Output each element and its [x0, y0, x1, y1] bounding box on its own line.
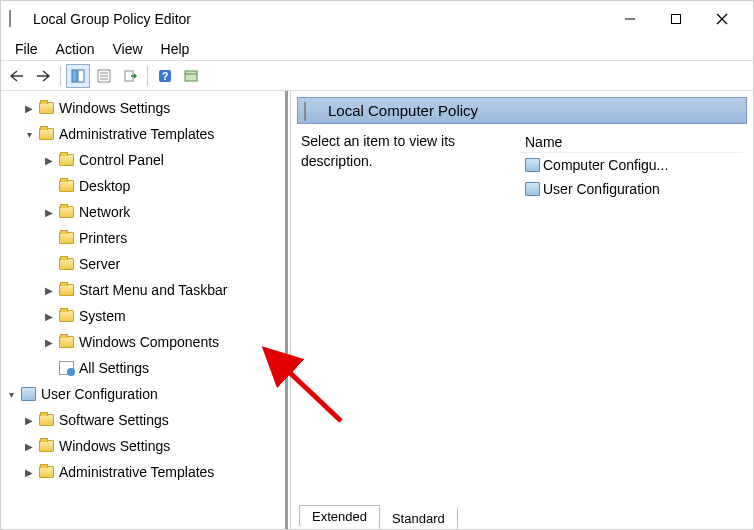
minimize-button[interactable]: [607, 4, 653, 34]
column-header-name[interactable]: Name: [521, 132, 743, 153]
menu-help[interactable]: Help: [153, 39, 198, 59]
scrollbar[interactable]: [285, 91, 288, 529]
content-area: ▶Windows Settings ▾Administrative Templa…: [1, 91, 753, 529]
tab-standard[interactable]: Standard: [379, 507, 458, 529]
toolbar-separator: [60, 66, 61, 86]
tree-pane: ▶Windows Settings ▾Administrative Templa…: [1, 91, 291, 529]
back-button[interactable]: [5, 64, 29, 88]
tree-label: User Configuration: [41, 386, 158, 402]
tree-label: Network: [79, 204, 130, 220]
expand-icon[interactable]: ▶: [41, 207, 57, 218]
tree-label: All Settings: [79, 360, 149, 376]
tree-item-windows-components[interactable]: ▶Windows Components: [3, 329, 288, 355]
expand-icon[interactable]: ▶: [41, 311, 57, 322]
tree-item-admin-templates-2[interactable]: ▶Administrative Templates: [3, 459, 288, 485]
tab-extended[interactable]: Extended: [299, 505, 380, 527]
folder-icon: [57, 204, 75, 220]
tree-item-admin-templates[interactable]: ▾Administrative Templates: [3, 121, 288, 147]
tree-label: Desktop: [79, 178, 130, 194]
folder-icon: [37, 464, 55, 480]
tree-item-printers[interactable]: Printers: [3, 225, 288, 251]
tree-label: Start Menu and Taskbar: [79, 282, 227, 298]
titlebar: Local Group Policy Editor: [1, 1, 753, 37]
svg-rect-4: [72, 70, 77, 82]
details-title: Local Computer Policy: [328, 102, 478, 119]
expand-icon[interactable]: ▶: [21, 441, 37, 452]
tree-item-start-menu[interactable]: ▶Start Menu and Taskbar: [3, 277, 288, 303]
toolbar-separator: [147, 66, 148, 86]
tree-label: Windows Settings: [59, 438, 170, 454]
expand-icon[interactable]: ▶: [21, 467, 37, 478]
svg-rect-1: [672, 15, 681, 24]
expand-icon[interactable]: ▶: [21, 103, 37, 114]
menubar: File Action View Help: [1, 37, 753, 61]
tree-item-control-panel[interactable]: ▶Control Panel: [3, 147, 288, 173]
expand-icon[interactable]: ▶: [41, 337, 57, 348]
folder-icon: [37, 100, 55, 116]
list-label: Computer Configu...: [543, 157, 668, 173]
tree-label: Windows Components: [79, 334, 219, 350]
tree-label: Server: [79, 256, 120, 272]
menu-file[interactable]: File: [7, 39, 46, 59]
folder-icon: [57, 334, 75, 350]
tree-item-desktop[interactable]: Desktop: [3, 173, 288, 199]
tree-item-all-settings[interactable]: All Settings: [3, 355, 288, 381]
config-icon: [523, 182, 541, 196]
show-tree-button[interactable]: [66, 64, 90, 88]
details-header: Local Computer Policy: [297, 97, 747, 124]
config-icon: [523, 158, 541, 172]
svg-rect-13: [185, 71, 197, 81]
document-icon: [304, 103, 320, 119]
close-button[interactable]: [699, 4, 745, 34]
folder-icon: [57, 178, 75, 194]
list-label: User Configuration: [543, 181, 660, 197]
tree-label: System: [79, 308, 126, 324]
tree-label: Administrative Templates: [59, 126, 214, 142]
expand-icon[interactable]: ▶: [41, 155, 57, 166]
tree-item-network[interactable]: ▶Network: [3, 199, 288, 225]
maximize-button[interactable]: [653, 4, 699, 34]
tree-item-server[interactable]: Server: [3, 251, 288, 277]
config-icon: [19, 386, 37, 402]
list-item-computer-config[interactable]: Computer Configu...: [521, 153, 743, 177]
folder-icon: [37, 438, 55, 454]
folder-icon: [57, 152, 75, 168]
tree-item-windows-settings[interactable]: ▶Windows Settings: [3, 95, 288, 121]
tree-label: Printers: [79, 230, 127, 246]
settings-icon: [57, 360, 75, 376]
expand-icon[interactable]: ▶: [41, 285, 57, 296]
tree-item-system[interactable]: ▶System: [3, 303, 288, 329]
toolbar: ?: [1, 61, 753, 91]
properties-button[interactable]: [92, 64, 116, 88]
help-button[interactable]: ?: [153, 64, 177, 88]
window-title: Local Group Policy Editor: [33, 11, 607, 27]
app-icon: [9, 11, 25, 27]
view-tabs: Extended Standard: [299, 507, 457, 529]
details-pane: Local Computer Policy Select an item to …: [291, 91, 753, 529]
forward-button[interactable]: [31, 64, 55, 88]
export-button[interactable]: [118, 64, 142, 88]
menu-action[interactable]: Action: [48, 39, 103, 59]
filter-button[interactable]: [179, 64, 203, 88]
folder-icon: [37, 412, 55, 428]
tree-label: Software Settings: [59, 412, 169, 428]
tree-label: Windows Settings: [59, 100, 170, 116]
tree-label: Control Panel: [79, 152, 164, 168]
collapse-icon[interactable]: ▾: [21, 129, 37, 140]
svg-rect-5: [78, 70, 84, 82]
list-item-user-config[interactable]: User Configuration: [521, 177, 743, 201]
description-column: Select an item to view its description.: [301, 132, 521, 523]
folder-icon: [57, 256, 75, 272]
list-column: Name Computer Configu... User Configurat…: [521, 132, 743, 523]
expand-icon[interactable]: ▶: [21, 415, 37, 426]
collapse-icon[interactable]: ▾: [3, 389, 19, 400]
folder-icon: [57, 308, 75, 324]
folder-icon: [37, 126, 55, 142]
menu-view[interactable]: View: [104, 39, 150, 59]
folder-icon: [57, 282, 75, 298]
tree-item-software-settings[interactable]: ▶Software Settings: [3, 407, 288, 433]
description-text: Select an item to view its description.: [301, 133, 455, 169]
tree-item-windows-settings-2[interactable]: ▶Windows Settings: [3, 433, 288, 459]
svg-text:?: ?: [162, 70, 169, 82]
tree-item-user-configuration[interactable]: ▾User Configuration: [3, 381, 288, 407]
